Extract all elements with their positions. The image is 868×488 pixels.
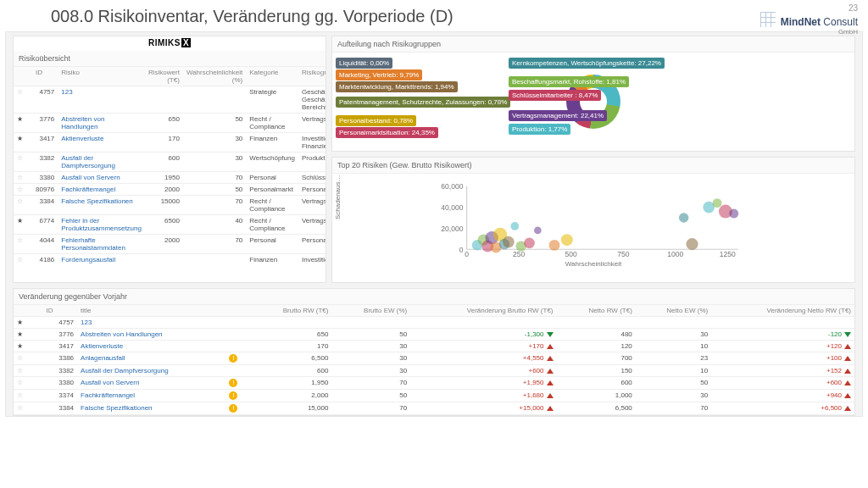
star-icon[interactable]: ☆ (17, 174, 29, 181)
star-icon[interactable]: ☆ (17, 88, 29, 96)
star-icon[interactable]: ★ (17, 330, 29, 338)
pie-label: Kernkompetenzen, Wertschöpfungskette: 27… (509, 58, 665, 69)
overview-table[interactable]: IDRisikoRisikowert (T€)Wahrscheinlichkei… (14, 67, 326, 263)
risk-link[interactable]: Forderungsausfall (61, 256, 115, 263)
risk-link[interactable]: Ausfall von Servern (81, 379, 139, 386)
table-row[interactable]: ☆ 4044Fehlerhafte Personalstammdaten 200… (14, 235, 326, 254)
risk-link[interactable]: Falsche Spezifikationen (81, 404, 153, 412)
pie-label: Produktion: 1,77% (509, 124, 570, 135)
table-row[interactable]: ☆ 3374Fachkräftemangel ! 2,00050+1,680 1… (14, 390, 854, 402)
col-header[interactable]: Veränderung Netto RW (T€) (711, 305, 854, 317)
star-icon[interactable]: ★ (17, 115, 29, 123)
table-row[interactable]: ☆ 3386Anlagenausfall ! 6,50030+4,550 700… (14, 352, 854, 365)
svg-text:500: 500 (565, 250, 577, 258)
col-header[interactable]: Risiko (58, 67, 145, 86)
star-icon[interactable]: ☆ (17, 256, 29, 263)
risk-link[interactable]: Falsche Spezifikationen (61, 197, 133, 205)
star-icon[interactable]: ☆ (17, 186, 29, 193)
panel-delta-title: Veränderung gegenüber Vorjahr (14, 289, 854, 305)
risk-link[interactable]: Fehlerhafte Personalstammdaten (61, 236, 125, 252)
col-header[interactable]: ID (43, 305, 78, 317)
scatter-chart[interactable]: 025050075010001250020,00040,00060,000 (337, 177, 849, 258)
col-header[interactable]: Risikogruppe (298, 67, 326, 86)
col-header[interactable]: Wahrscheinlichkeit (%) (183, 67, 246, 86)
star-icon[interactable]: ★ (17, 217, 29, 225)
table-row[interactable]: ★ 3417Aktienverluste 17030FinanzenInvest… (14, 133, 326, 152)
delta-table[interactable]: IDtitleBrutto RW (T€)Brutto EW (%)Veränd… (14, 305, 854, 415)
star-icon[interactable]: ★ (17, 135, 29, 142)
page-title: 008.0 Risikoinventar, Veränderung gg. Vo… (0, 0, 868, 31)
col-header[interactable] (14, 67, 32, 86)
table-row[interactable]: ★ 3417Aktienverluste 17030+170 12010+120 (14, 341, 854, 352)
table-row[interactable]: ☆ 3382Ausfall der Dampfversorgung 60030+… (14, 365, 854, 377)
trend-up-icon (547, 344, 554, 349)
table-row[interactable]: ☆ 3382Ausfall der Dampfversorgung 60030W… (14, 152, 326, 172)
risk-link[interactable]: Abstreiten von Handlungen (81, 330, 163, 338)
risk-link[interactable]: Fehler in der Produktzusammensetzung (61, 217, 142, 232)
star-icon[interactable]: ☆ (17, 354, 29, 362)
trend-up-icon (844, 369, 851, 374)
svg-point-25 (561, 234, 573, 246)
col-header[interactable]: Brutto RW (T€) (250, 305, 332, 317)
risk-link[interactable]: Aktienverluste (61, 135, 103, 142)
warning-icon: ! (229, 404, 237, 413)
col-header[interactable]: Kategorie (246, 67, 298, 86)
risk-link[interactable]: Ausfall von Servern (61, 174, 120, 181)
trend-down-icon (844, 332, 851, 337)
star-icon[interactable]: ☆ (17, 154, 29, 162)
risk-link[interactable]: Aktienverluste (81, 342, 123, 350)
star-icon[interactable]: ☆ (17, 236, 29, 244)
star-icon[interactable]: ☆ (17, 379, 29, 386)
col-header[interactable] (225, 305, 249, 317)
risk-link[interactable]: Fachkräftemangel (61, 186, 115, 193)
risk-link[interactable]: 123 (81, 319, 92, 326)
table-row[interactable]: ☆ 80976Fachkräftemangel 200050Personalma… (14, 184, 326, 196)
table-row[interactable]: ☆ 3384Falsche Spezifikationen ! 15,00070… (14, 402, 854, 415)
col-header[interactable]: Risikowert (T€) (145, 67, 183, 86)
panel-overview: RIMIKSX Risikoübersicht IDRisikoRisikowe… (13, 36, 326, 283)
trend-up-icon (844, 356, 851, 361)
risk-link[interactable]: 123 (61, 88, 72, 96)
col-header[interactable]: Netto EW (%) (636, 305, 711, 317)
table-row[interactable]: ☆ 4757123 StrategieGeschäftsfeldstruktur… (14, 86, 326, 114)
table-row[interactable]: ★ 3776Abstreiten von Handlungen 65050Rec… (14, 114, 326, 133)
col-header[interactable]: Veränderung Brutto RW (T€) (410, 305, 556, 317)
panel-overview-title: Risikoübersicht (14, 51, 326, 67)
table-row[interactable]: ★ 4757123 (14, 317, 854, 329)
trend-up-icon (547, 356, 554, 361)
trend-up-icon (844, 406, 851, 411)
y-axis-label: Schadenaus… (334, 175, 342, 219)
panel-risk-groups: Aufteilung nach Risikogruppen Liquidität… (331, 36, 855, 152)
star-icon[interactable]: ☆ (17, 197, 29, 205)
col-header[interactable] (14, 305, 43, 317)
star-icon[interactable]: ☆ (17, 404, 29, 412)
brand-name: MindNet (781, 16, 821, 28)
table-row[interactable]: ☆ 3384Falsche Spezifikationen 1500070Rec… (14, 196, 326, 215)
app-brand-text: RIMIKS (148, 38, 181, 47)
svg-point-31 (729, 209, 738, 219)
risk-link[interactable]: Anlagenausfall (81, 354, 125, 362)
brand-suffix: Consult (823, 16, 858, 28)
star-icon[interactable]: ☆ (17, 391, 29, 399)
table-row[interactable]: ★ 3776Abstreiten von Handlungen 65050-1,… (14, 329, 854, 341)
col-header[interactable]: Netto RW (T€) (557, 305, 636, 317)
table-row[interactable]: ☆ 3380Ausfall von Servern ! 1,95070+1,95… (14, 377, 854, 390)
risk-link[interactable]: Ausfall der Dampfversorgung (81, 367, 169, 374)
col-header[interactable]: ID (32, 67, 58, 86)
trend-up-icon (844, 393, 851, 398)
risk-link[interactable]: Ausfall der Dampfversorgung (61, 154, 115, 169)
app-brand: RIMIKSX (14, 36, 326, 51)
table-row[interactable]: ☆ 4186Forderungsausfall FinanzenInvestit… (14, 254, 326, 264)
table-row[interactable]: ☆ 3380Ausfall von Servern 195070Personal… (14, 172, 326, 184)
star-icon[interactable]: ☆ (17, 367, 29, 374)
risk-link[interactable]: Fachkräftemangel (81, 391, 135, 399)
risk-link[interactable]: Abstreiten von Handlungen (61, 115, 104, 130)
trend-up-icon (547, 406, 554, 411)
star-icon[interactable]: ★ (17, 342, 29, 350)
col-header[interactable]: title (77, 305, 225, 317)
pie-chart[interactable]: Liquidität: 0,00%Marketing, Vertrieb: 9,… (332, 53, 854, 151)
star-icon[interactable]: ★ (17, 319, 29, 326)
table-row[interactable]: ★ 6774Fehler in der Produktzusammensetzu… (14, 215, 326, 235)
col-header[interactable]: Brutto EW (%) (331, 305, 410, 317)
panel-delta: Veränderung gegenüber Vorjahr IDtitleBru… (13, 288, 855, 416)
